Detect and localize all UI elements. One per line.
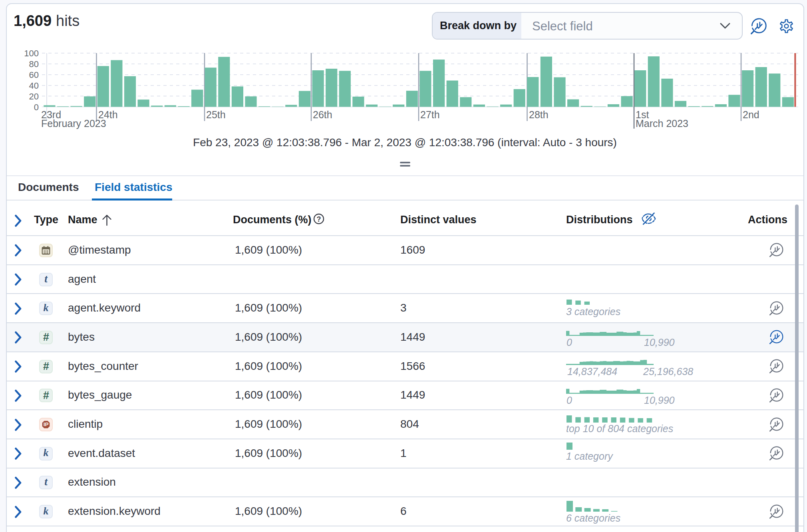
svg-text:?: ?: [317, 215, 321, 223]
svg-text:20: 20: [29, 91, 39, 101]
svg-text:26th: 26th: [313, 109, 332, 120]
svg-text:IP: IP: [44, 421, 49, 427]
svg-text:100: 100: [24, 48, 39, 58]
svg-text:80: 80: [29, 59, 39, 69]
svg-text:0: 0: [34, 102, 39, 112]
svg-text:27th: 27th: [420, 109, 440, 120]
svg-text:40: 40: [29, 81, 39, 91]
svg-text:28th: 28th: [529, 109, 549, 120]
svg-text:25th: 25th: [206, 109, 226, 120]
svg-text:60: 60: [29, 70, 39, 80]
svg-text:March 2023: March 2023: [636, 118, 688, 129]
svg-text:2nd: 2nd: [743, 109, 759, 120]
svg-text:February 2023: February 2023: [41, 118, 106, 129]
